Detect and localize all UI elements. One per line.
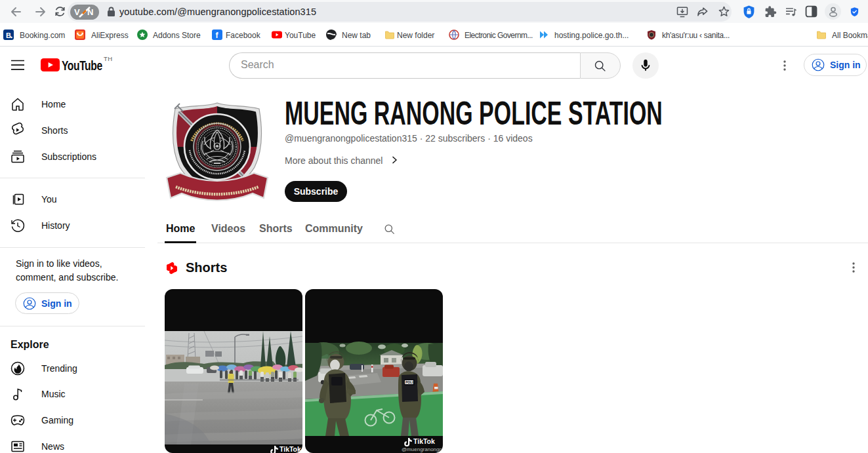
svg-text:TikTok: TikTok: [279, 445, 301, 453]
svg-text:@muengranongpolice: @muengranongpolice: [402, 446, 443, 452]
svg-text:B: B: [6, 31, 11, 39]
svg-text:POLICE: POLICE: [405, 380, 418, 384]
svg-text:TikTok: TikTok: [413, 437, 435, 445]
